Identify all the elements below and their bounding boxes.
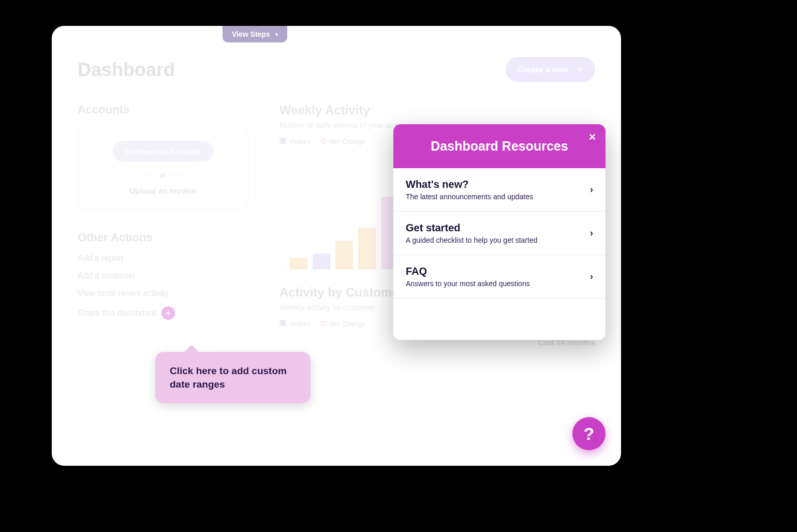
chart-bar (313, 254, 330, 269)
visitors-swatch (279, 138, 286, 144)
page-title: Dashboard (78, 59, 175, 81)
chart-bar (335, 241, 353, 269)
date-range-tooltip: Click here to add custom date ranges (155, 352, 311, 403)
resource-item-whats-new[interactable]: What's new? The latest announcements and… (393, 168, 606, 212)
connect-account-button[interactable]: Connect an Account (113, 141, 213, 162)
accounts-card: Connect an Account or Upload an Invoice (78, 126, 248, 210)
accounts-heading: Accounts (78, 103, 248, 116)
resource-item-faq[interactable]: FAQ Answers to your most asked questions… (393, 255, 606, 299)
dashboard-window: View Steps ▾ Dashboard Create a new ＋ Ac… (52, 26, 621, 466)
create-new-label: Create a new (517, 65, 568, 75)
upload-invoice-link[interactable]: Upload an Invoice (88, 186, 238, 195)
resources-panel-header: Dashboard Resources ✕ (393, 124, 606, 168)
chevron-right-icon: › (590, 271, 593, 282)
action-view-recent-activity[interactable]: View most recent activity (78, 289, 248, 298)
view-steps-label: View Steps (232, 30, 270, 38)
chevron-right-icon: › (590, 184, 593, 195)
close-icon[interactable]: ✕ (588, 131, 596, 143)
help-fab-button[interactable]: ? (572, 417, 606, 450)
chart-bar (290, 258, 307, 269)
create-new-button[interactable]: Create a new ＋ (506, 57, 595, 82)
other-actions-heading: Other Actions (78, 231, 248, 244)
weekly-activity-title: Weekly Activity (279, 103, 595, 117)
chevron-down-icon: ▾ (275, 32, 278, 37)
resource-item-get-started[interactable]: Get started A guided checklist to help y… (393, 212, 606, 255)
plus-icon: ＋ (575, 64, 584, 75)
plus-icon[interactable]: + (161, 306, 175, 320)
view-steps-pill[interactable]: View Steps ▾ (223, 26, 287, 42)
action-add-report[interactable]: Add a report (78, 254, 248, 263)
question-icon: ? (584, 424, 595, 444)
visitors-swatch (279, 320, 286, 326)
dashboard-resources-panel: Dashboard Resources ✕ What's new? The la… (393, 124, 606, 340)
or-divider: or (88, 171, 238, 179)
action-share-dashboard[interactable]: Share this dashboard + (78, 306, 248, 320)
net-change-swatch (321, 321, 326, 326)
chart-bar (358, 228, 376, 269)
chevron-right-icon: › (590, 228, 593, 239)
action-add-customer[interactable]: Add a customer (78, 271, 248, 280)
net-change-swatch (321, 139, 326, 144)
